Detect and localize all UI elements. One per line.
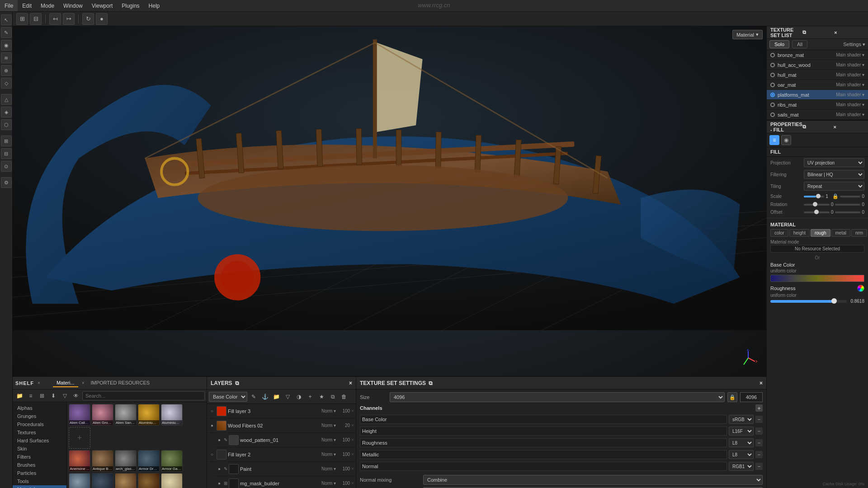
tsl-radio-bronze[interactable]: [770, 53, 775, 57]
shelf-item-armor-gam[interactable]: Armor Gam...: [161, 450, 183, 472]
layer-item-wood-fibers[interactable]: ● Wood Fibers 02 Norm ▾ 20 ×: [207, 418, 356, 433]
layer-x-fill2[interactable]: ×: [351, 452, 354, 457]
tsl-radio-hull-acc[interactable]: [770, 63, 775, 67]
layer-item-fill2[interactable]: ○ Fill layer 2 Norm ▾ 100 ×: [207, 447, 356, 462]
ts-ch-format-h[interactable]: L16F: [729, 427, 754, 436]
menu-file[interactable]: File: [0, 0, 18, 11]
layer-add-btn[interactable]: +: [305, 392, 315, 402]
shelf-item-armor-drag[interactable]: Armor Drag...: [138, 450, 160, 472]
channel-select[interactable]: Base Color: [209, 392, 247, 402]
ts-size-input[interactable]: [740, 392, 763, 402]
shelf-cat-hard-surfaces[interactable]: Hard Surfaces: [13, 436, 66, 445]
props-close-btn[interactable]: ×: [833, 124, 864, 130]
ts-ch-name-m[interactable]: [360, 450, 727, 459]
mat-tab-height[interactable]: height: [789, 229, 810, 237]
ts-add-channel-btn[interactable]: +: [755, 404, 763, 412]
ts-normal-mixing-select[interactable]: Combine: [423, 475, 763, 485]
toolbar-grid2[interactable]: ⊟: [30, 13, 42, 25]
toolbar-undo[interactable]: ↤: [49, 13, 61, 25]
tool-measure[interactable]: ⊟: [1, 148, 12, 159]
shelf-tab-close[interactable]: ×: [82, 380, 85, 385]
ts-ch-minus-n[interactable]: −: [755, 463, 763, 470]
tsl-item-hull-acc[interactable]: hull_acc_wood Main shader ▾: [767, 60, 868, 70]
tsl-radio-oar[interactable]: [770, 83, 775, 87]
ts-ch-name-h[interactable]: [360, 427, 727, 436]
viewport[interactable]: Material ▾ X Z: [13, 26, 766, 376]
menu-help[interactable]: Help: [144, 0, 165, 11]
props-icon-3d[interactable]: ◉: [781, 135, 791, 145]
layer-item-paint[interactable]: ● ✎ Paint Norm ▾ 100 ×: [214, 462, 356, 476]
tool-bake[interactable]: ⬡: [1, 119, 12, 130]
layer-item-mg-mask[interactable]: ● ⊞ mg_mask_builder Norm ▾ 100 ×: [214, 476, 356, 488]
tsl-item-hull[interactable]: hull_mat Main shader ▾: [767, 70, 868, 80]
tsl-tab-solo[interactable]: Solo: [769, 40, 789, 48]
shelf-item-bone[interactable]: Bone: [161, 473, 183, 488]
tsl-item-sails[interactable]: sails_mat Main shader ▾: [767, 110, 868, 120]
shelf-list-btn[interactable]: ≡: [26, 391, 36, 401]
tsl-item-bronze[interactable]: bronze_mat Main shader ▾: [767, 50, 868, 60]
layer-x-wp[interactable]: ×: [351, 437, 354, 442]
roughness-slider-track[interactable]: [770, 300, 847, 303]
ts-ch-name-bc[interactable]: [360, 415, 727, 424]
tsl-radio-hull[interactable]: [770, 73, 775, 77]
layer-vis-fill2[interactable]: ○: [209, 451, 215, 458]
layer-x-fill3[interactable]: ×: [351, 408, 354, 413]
ts-size-select[interactable]: 4096 2048 1024: [390, 392, 725, 402]
shelf-item-anemone[interactable]: Anemone ...: [69, 450, 90, 472]
layer-x-paint[interactable]: ×: [351, 466, 354, 471]
layer-mask-btn[interactable]: ◑: [294, 392, 304, 402]
shelf-item-antique[interactable]: Antique Bro...: [92, 450, 113, 472]
ts-ch-minus-h[interactable]: −: [755, 427, 763, 435]
tsl-item-oar[interactable]: oar_mat Main shader ▾: [767, 80, 868, 90]
roughness-color-picker[interactable]: [857, 285, 864, 292]
tsl-settings-btn[interactable]: Settings ▾: [843, 40, 865, 48]
shelf-item-aluminium1[interactable]: Aluminium ...: [138, 404, 160, 426]
props-tiling-select[interactable]: Repeat: [804, 182, 864, 191]
shelf-add-btn[interactable]: +: [69, 427, 90, 449]
toolbar-grid1[interactable]: ⊞: [16, 13, 28, 25]
menu-plugins[interactable]: Plugins: [117, 0, 144, 11]
ts-lock-btn[interactable]: 🔒: [727, 392, 737, 402]
shelf-cat-skin[interactable]: Skin: [13, 445, 66, 453]
tsl-radio-platforms[interactable]: [770, 93, 775, 97]
ts-ch-format-m[interactable]: L8: [729, 450, 754, 459]
layer-group-btn[interactable]: 📁: [271, 392, 281, 402]
shelf-grid-btn[interactable]: ⊞: [37, 391, 47, 401]
tool-brush[interactable]: ✎: [1, 27, 12, 38]
layer-x-mg[interactable]: ×: [351, 481, 354, 486]
ts-ch-format-n[interactable]: RGB16F: [729, 462, 754, 471]
layer-vis-fill3[interactable]: ○: [209, 408, 215, 414]
tool-transform[interactable]: ⊞: [1, 136, 12, 146]
shelf-item-armor-lam[interactable]: Armor Lam...: [69, 473, 90, 488]
shelf-close[interactable]: ×: [38, 380, 40, 385]
props-proj-select[interactable]: UV projection: [804, 158, 864, 167]
layers-close-btn[interactable]: ×: [349, 380, 352, 386]
tsl-radio-ribs[interactable]: [770, 103, 775, 107]
props-icon-layer[interactable]: ≡: [769, 135, 779, 145]
tool-geometry[interactable]: △: [1, 94, 12, 105]
layer-vis-wood[interactable]: ●: [209, 422, 215, 429]
ts-ch-minus-r[interactable]: −: [755, 439, 763, 446]
layer-x-wood[interactable]: ×: [351, 423, 354, 428]
menu-mode[interactable]: Mode: [36, 0, 59, 11]
mat-tab-color[interactable]: color: [770, 229, 788, 237]
toolbar-redo[interactable]: ↦: [63, 13, 75, 25]
layer-filter-btn[interactable]: ▽: [283, 392, 292, 402]
tsl-item-ribs[interactable]: ribs_mat Main shader ▾: [767, 100, 868, 110]
mat-tab-nrm[interactable]: nrm: [851, 229, 867, 237]
layer-copy-btn[interactable]: ⧉: [328, 392, 338, 402]
shelf-item-alien-grow[interactable]: Alien Growt...: [92, 404, 113, 426]
roughness-slider-thumb[interactable]: [831, 298, 837, 304]
tool-settings[interactable]: ⚙: [1, 177, 12, 188]
tool-select[interactable]: ↖: [1, 14, 12, 25]
shelf-item-bark-pine[interactable]: Bark Pine: [138, 473, 160, 488]
props-lock-icon[interactable]: 🔒: [832, 193, 839, 199]
mat-tab-rough[interactable]: rough: [811, 229, 830, 237]
layers-pop-btn[interactable]: ⧉: [235, 380, 239, 386]
shelf-item-arch-glass[interactable]: arch_glass_la: [115, 450, 137, 472]
shelf-cat-tools[interactable]: Tools: [13, 477, 66, 485]
shelf-cat-grunges[interactable]: Grunges: [13, 412, 66, 420]
shelf-cat-alphas[interactable]: Alphas: [13, 404, 66, 412]
shelf-item-artif-lea[interactable]: Artificial Lea...: [92, 473, 113, 488]
tsl-tab-all[interactable]: All: [792, 40, 807, 48]
